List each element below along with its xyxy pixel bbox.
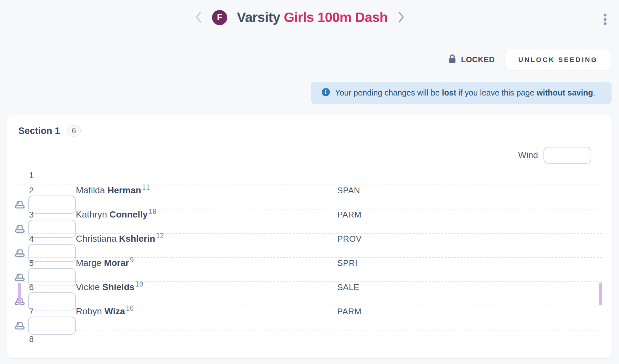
wind-input[interactable] <box>543 147 591 164</box>
lane-row: 1 <box>18 166 602 185</box>
more-options-button[interactable] <box>601 11 609 29</box>
lane-row: 4Christiana Kshlerin12PROV <box>18 233 602 257</box>
athlete-grade: 10 <box>126 305 134 312</box>
info-icon <box>321 88 330 98</box>
wind-row: Wind <box>518 147 591 164</box>
lane-row: 7Robyn Wiza10PARM <box>18 306 602 330</box>
lane-number: 4 <box>29 234 76 244</box>
chevron-right-icon <box>397 11 405 24</box>
chevron-left-icon <box>195 11 202 24</box>
athlete-name: Matilda Herman11 <box>76 185 337 196</box>
seeding-lock-row: LOCKED UNLOCK SEEDING <box>448 49 611 70</box>
locked-status: LOCKED <box>448 54 494 66</box>
pending-changes-banner: Your pending changes will be lost if you… <box>311 82 612 104</box>
timer-bell-icon[interactable] <box>14 297 25 306</box>
team-code: SALE <box>337 282 591 292</box>
lane-row: 3Kathryn Connelly10PARM <box>18 209 602 233</box>
athlete-last-name: Kshlerin <box>119 234 155 244</box>
lane-row: 6Vickie Shields10SALE <box>18 281 602 306</box>
pending-changes-message: Your pending changes will be lost if you… <box>335 88 595 97</box>
timer-bell-icon[interactable] <box>14 321 25 330</box>
lane-list: 12Matilda Herman11SPAN3Kathryn Connelly1… <box>18 166 602 348</box>
lane-number: 7 <box>29 307 76 317</box>
athlete-grade: 10 <box>135 280 143 288</box>
page-title: Varsity Girls 100m Dash <box>237 10 388 25</box>
team-code: PARM <box>337 307 591 317</box>
unlock-seeding-button[interactable]: UNLOCK SEEDING <box>505 49 611 70</box>
title-event-name: Girls 100m Dash <box>284 10 388 25</box>
lane-number: 5 <box>29 258 76 268</box>
athlete-grade: 12 <box>156 232 164 240</box>
athlete-name: Kathryn Connelly10 <box>76 209 337 220</box>
lock-icon <box>448 54 457 66</box>
athlete-last-name: Morar <box>104 258 129 268</box>
timer-bell-icon[interactable] <box>14 200 25 209</box>
athlete-name: Christiana Kshlerin12 <box>76 234 337 244</box>
team-code: SPAN <box>337 186 591 196</box>
athlete-last-name: Shields <box>102 282 135 292</box>
wind-label: Wind <box>518 150 538 160</box>
next-event-button[interactable] <box>397 11 405 24</box>
section-header: Section 1 6 <box>18 125 81 136</box>
lane-number: 3 <box>29 210 76 220</box>
athlete-grade: 9 <box>130 256 134 264</box>
athlete-first-name: Vickie <box>76 282 102 292</box>
section-title: Section 1 <box>18 126 60 136</box>
athlete-first-name: Robyn <box>76 306 105 316</box>
athlete-first-name: Kathryn <box>76 209 109 219</box>
event-header: F Varsity Girls 100m Dash <box>0 10 609 25</box>
athlete-grade: 10 <box>148 208 157 216</box>
lane-number: 6 <box>29 282 76 292</box>
athlete-first-name: Christiana <box>76 234 119 244</box>
entry-count-badge: 6 <box>67 125 81 136</box>
athlete-first-name: Matilda <box>76 185 107 195</box>
lane-number: 2 <box>29 186 76 196</box>
lane-row: 8 <box>18 330 602 348</box>
prev-event-button[interactable] <box>195 11 202 24</box>
lane-row: 5Marge Morar9SPRI <box>18 257 602 281</box>
timer-bell-icon[interactable] <box>14 224 25 234</box>
athlete-last-name: Herman <box>107 185 141 195</box>
finals-badge-letter: F <box>217 13 222 23</box>
locked-label-text: LOCKED <box>461 55 494 64</box>
athlete-first-name: Marge <box>76 258 104 268</box>
kebab-menu-icon <box>603 22 607 27</box>
finals-badge: F <box>212 10 227 25</box>
section-card: Section 1 6 Wind 12Matilda Herman11SPAN3… <box>7 115 612 358</box>
athlete-name: Vickie Shields10 <box>76 282 337 292</box>
team-code: PARM <box>337 210 591 220</box>
team-code: SPRI <box>337 258 591 268</box>
athlete-name: Robyn Wiza10 <box>76 306 337 317</box>
lane-row: 2Matilda Herman11SPAN <box>18 185 602 209</box>
athlete-grade: 11 <box>142 184 150 191</box>
team-code: PROV <box>337 234 591 244</box>
timer-bell-icon[interactable] <box>14 248 25 258</box>
athlete-last-name: Wiza <box>105 306 125 316</box>
timer-bell-icon[interactable] <box>14 272 25 282</box>
lane-number: 8 <box>29 334 76 344</box>
lane-number: 1 <box>29 170 76 180</box>
athlete-name: Marge Morar9 <box>76 258 337 268</box>
athlete-last-name: Connelly <box>109 209 147 219</box>
title-division: Varsity <box>237 10 280 25</box>
